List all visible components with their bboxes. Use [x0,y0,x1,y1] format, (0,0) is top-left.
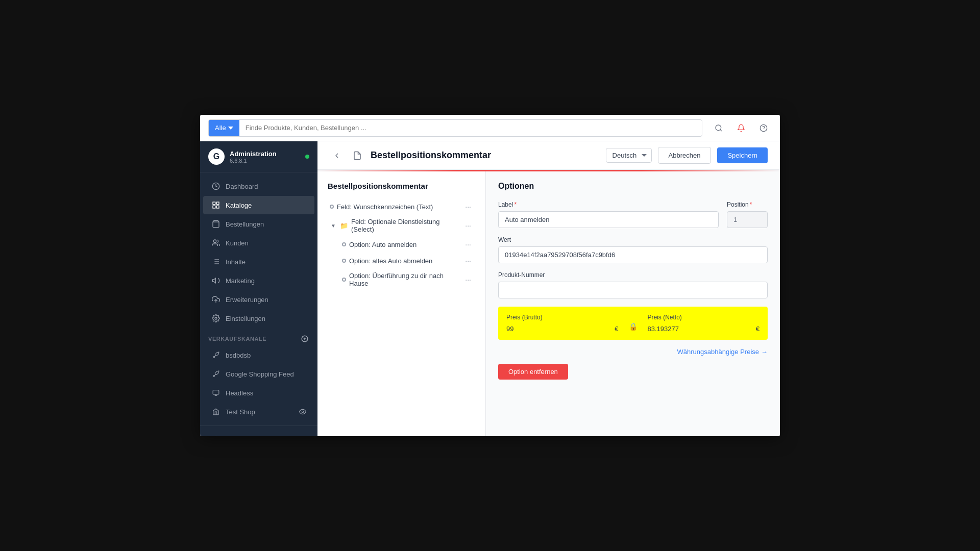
sidebar-item-dashboard[interactable]: Dashboard [203,177,314,195]
save-button[interactable]: Speichern [717,147,768,163]
sidebar-item-headless[interactable]: Headless [203,384,314,402]
preis-netto-input[interactable] [648,325,753,333]
preis-brutto-currency: € [615,325,618,333]
search-icon-button[interactable] [710,120,727,136]
right-panel: Optionen Label* Position [486,171,780,436]
tree-dot-opt2 [342,259,346,263]
headless-icon [211,388,220,397]
wert-input[interactable] [498,246,768,263]
sidebar-item-kunden[interactable]: Kunden [203,234,314,252]
folder-icon: 📁 [340,222,348,230]
sidebar-item-inhalte[interactable]: Inhalte [203,253,314,271]
options-title: Optionen [498,182,768,191]
sidebar-label-erweiterungen: Erweiterungen [226,296,306,304]
page-header: Bestellpositionskommentar Deutsch Abbrec… [317,141,780,170]
preis-brutto-input[interactable] [506,325,611,333]
sidebar-item-marketing[interactable]: Marketing [203,271,314,290]
sidebar-label-test-shop: Test Shop [226,408,294,416]
label-input[interactable] [498,211,719,228]
sidebar-header: G Administration 6.6.8.1 [200,141,317,172]
svg-rect-7 [216,206,219,208]
svg-rect-22 [213,390,219,394]
sidebar-label-headless: Headless [226,389,306,397]
tree-item-opt2[interactable]: Option: altes Auto abmelden ··· [340,253,475,269]
shop-icon [211,407,220,416]
preis-netto-currency: € [756,325,760,333]
sidebar-item-kataloge[interactable]: Kataloge [203,196,314,214]
label-position-row: Label* Position* [498,201,768,228]
label-group: Label* [498,201,719,228]
sidebar-nav: Dashboard Kataloge [200,172,317,425]
wert-group: Wert [498,236,768,263]
sidebar-item-erweiterungen[interactable]: Erweiterungen [203,290,314,309]
content-panels: Bestellpositionskommentar Feld: Wunschke… [317,171,780,436]
sidebar-item-menu-einklappen[interactable]: Menü einklappen [203,431,314,436]
svg-point-0 [716,125,721,131]
produkt-nummer-label: Produkt-Nummer [498,271,768,279]
back-button[interactable] [330,148,344,163]
sidebar-item-google-shopping[interactable]: Google Shopping Feed [203,365,314,383]
tree-label-feld2: Feld: Optionale Dienstleistung (Select) [351,218,460,233]
page-title: Bestellpositionskommentar [371,150,600,161]
search-input[interactable] [239,124,702,132]
sidebar-label-inhalte: Inhalte [226,258,306,266]
cancel-button[interactable]: Abbrechen [658,147,712,164]
tree-label-opt2: Option: altes Auto abmelden [349,257,460,265]
rocket-icon-bsdbdsb [211,350,220,360]
sidebar-item-bsdbdsb[interactable]: bsdbdsb [203,346,314,364]
tree-label-opt3: Option: Überführung zu dir nach Hause [349,272,460,287]
label-label: Label* [498,201,719,208]
sidebar-version: 6.6.8.1 [230,158,300,164]
sidebar-label-bestellungen: Bestellungen [226,220,306,228]
tree-dot-opt1 [342,242,346,246]
tree-children: Option: Auto anmelden ··· Option: altes … [328,236,475,290]
tree-item-opt3[interactable]: Option: Überführung zu dir nach Hause ··… [340,269,475,290]
kataloge-icon [211,201,220,210]
svg-point-18 [215,317,217,319]
sidebar-label-marketing: Marketing [226,277,306,285]
kunden-icon [211,238,220,247]
left-panel: Bestellpositionskommentar Feld: Wunschke… [317,171,486,436]
tree-item-feld2[interactable]: ▼ 📁 Feld: Optionale Dienstleistung (Sele… [328,215,475,236]
preis-brutto-label: Preis (Brutto) [506,314,619,321]
notification-button[interactable] [733,120,749,136]
tree-menu-feld1[interactable]: ··· [463,202,473,212]
add-verkaufskanal-button[interactable] [300,334,309,343]
test-shop-eye-button[interactable] [299,408,306,415]
tree-menu-opt2[interactable]: ··· [463,256,473,266]
left-panel-title: Bestellpositionskommentar [328,182,475,190]
sidebar-app-title: Administration [230,150,300,158]
top-bar-icons [710,120,772,136]
tree-item-feld1[interactable]: Feld: Wunschkennzeichen (Text) ··· [328,198,475,215]
help-button[interactable] [755,120,772,136]
marketing-icon [211,276,220,285]
position-group: Position* [727,201,768,228]
sidebar-item-test-shop[interactable]: Test Shop [203,403,314,421]
sidebar-item-einstellungen[interactable]: Einstellungen [203,309,314,328]
tree-menu-feld2[interactable]: ··· [463,220,473,231]
position-input[interactable] [727,211,768,228]
search-dropdown[interactable]: Alle [209,120,239,136]
tree-item-opt1[interactable]: Option: Auto anmelden ··· [340,236,475,253]
sidebar-footer: Menü einklappen [200,425,317,436]
language-selector[interactable]: Deutsch [606,148,652,163]
tree-label-opt1: Option: Auto anmelden [349,241,460,248]
content-area: Bestellpositionskommentar Deutsch Abbrec… [317,141,780,436]
tree-menu-opt3[interactable]: ··· [463,274,473,285]
chevron-down-icon: ▼ [330,222,337,229]
sidebar-item-bestellungen[interactable]: Bestellungen [203,215,314,233]
tree-label-feld1: Feld: Wunschkennzeichen (Text) [337,203,460,211]
tree-menu-opt1[interactable]: ··· [463,239,473,249]
currency-link[interactable]: Währungsabhängige Preise → [498,348,768,356]
svg-point-9 [213,240,216,242]
verkaufskanaele-section: Verkaufskanäle [200,328,317,345]
rocket-icon-google [211,369,220,379]
lock-icon: 🔒 [627,322,640,331]
svg-rect-5 [216,202,219,205]
produkt-nummer-input[interactable] [498,282,768,298]
svg-rect-4 [213,202,215,205]
erweiterungen-icon [211,295,220,304]
preis-brutto-input-wrapper: € [506,325,619,333]
sidebar-label-collapse: Menü einklappen [226,436,306,437]
remove-option-button[interactable]: Option entfernen [498,364,568,380]
